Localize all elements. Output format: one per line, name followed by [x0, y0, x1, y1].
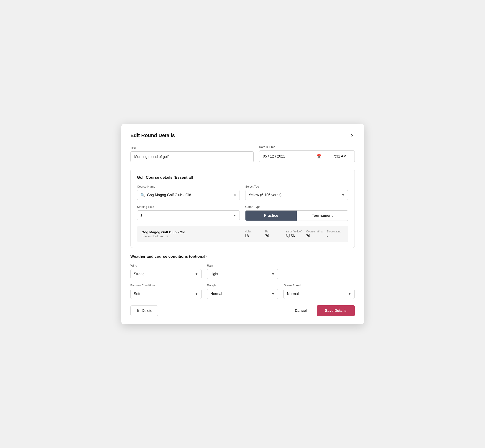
delete-button[interactable]: 🗑 Delete: [130, 305, 158, 316]
date-input[interactable]: 05 / 12 / 2021 📅: [259, 151, 325, 162]
wind-group: Wind Strong ▼: [130, 264, 202, 279]
game-type-group: Game Type Practice Tournament: [245, 205, 348, 221]
fairway-value: Soft: [134, 292, 140, 296]
footer-right: Cancel Save Details: [289, 305, 355, 316]
course-name-input[interactable]: 🔍 Gog Magog Golf Club - Old ✕: [137, 190, 240, 200]
chevron-down-icon-green: ▼: [348, 292, 351, 296]
select-tee-label: Select Tee: [245, 185, 348, 188]
course-location: Shelford Bottom, UK: [142, 234, 241, 238]
rough-label: Rough: [207, 284, 278, 287]
course-info-bar: Gog Magog Golf Club - Old, Shelford Bott…: [137, 226, 348, 242]
course-rating-stat: Course rating 70: [303, 230, 323, 238]
title-field-group: Title: [130, 146, 254, 162]
yards-value: 6,156: [286, 234, 295, 238]
slope-rating-value: -: [327, 234, 328, 238]
rain-value: Light: [210, 272, 218, 276]
par-value: 70: [265, 234, 269, 238]
green-speed-value: Normal: [287, 292, 299, 296]
par-label: Par: [265, 230, 270, 233]
holes-stat: Holes 18: [241, 230, 262, 238]
fairway-rough-green-row: Fairway Conditions Soft ▼ Rough Normal ▼…: [130, 284, 355, 299]
chevron-down-icon-rough: ▼: [271, 292, 275, 296]
hole-gametype-row: Starting Hole 1 ▼ Game Type Practice Tou…: [137, 205, 348, 221]
wind-dropdown[interactable]: Strong ▼: [130, 269, 202, 279]
rough-dropdown[interactable]: Normal ▼: [207, 289, 278, 299]
par-stat: Par 70: [262, 230, 282, 238]
course-rating-value: 70: [306, 234, 310, 238]
starting-hole-group: Starting Hole 1 ▼: [137, 205, 240, 221]
tournament-button[interactable]: Tournament: [297, 211, 348, 221]
date-value: 05 / 12 / 2021: [263, 154, 285, 159]
title-input[interactable]: [130, 151, 254, 162]
select-tee-dropdown[interactable]: Yellow (6,156 yards) ▼: [245, 190, 348, 200]
green-speed-dropdown[interactable]: Normal ▼: [283, 289, 355, 299]
close-button[interactable]: ×: [350, 132, 355, 139]
course-name-group: Course Name 🔍 Gog Magog Golf Club - Old …: [137, 185, 240, 200]
modal-title: Edit Round Details: [130, 133, 175, 138]
holes-value: 18: [245, 234, 249, 238]
green-speed-label: Green Speed: [283, 284, 355, 287]
starting-hole-value: 1: [140, 213, 143, 217]
chevron-down-icon-rain: ▼: [271, 272, 275, 276]
save-button[interactable]: Save Details: [317, 305, 355, 316]
wind-rain-row: Wind Strong ▼ Rain Light ▼: [130, 264, 355, 279]
course-name-label: Course Name: [137, 185, 240, 188]
select-tee-value: Yellow (6,156 yards): [249, 193, 282, 197]
rain-dropdown[interactable]: Light ▼: [207, 269, 278, 279]
datetime-label: Date & Time: [259, 145, 355, 149]
starting-hole-dropdown[interactable]: 1 ▼: [137, 210, 240, 220]
chevron-down-icon: ▼: [341, 193, 345, 197]
cancel-button[interactable]: Cancel: [289, 306, 312, 316]
wind-value: Strong: [134, 272, 145, 276]
golf-section-title: Golf Course details (Essential): [137, 175, 348, 180]
datetime-field-group: Date & Time 05 / 12 / 2021 📅 7:31 AM: [259, 145, 355, 162]
chevron-down-icon-hole: ▼: [233, 214, 236, 217]
wind-label: Wind: [130, 264, 202, 267]
slope-rating-stat: Slope rating -: [323, 230, 344, 238]
select-tee-group: Select Tee Yellow (6,156 yards) ▼: [245, 185, 348, 200]
edit-round-modal: Edit Round Details × Title Date & Time 0…: [121, 124, 364, 324]
yards-stat: Yards(Yellow) 6,156: [282, 230, 303, 238]
modal-header: Edit Round Details ×: [130, 132, 355, 139]
course-tee-row: Course Name 🔍 Gog Magog Golf Club - Old …: [137, 185, 348, 200]
weather-section: Weather and course conditions (optional)…: [130, 254, 355, 299]
rain-label: Rain: [207, 264, 278, 267]
time-input[interactable]: 7:31 AM: [325, 151, 355, 162]
rough-value: Normal: [210, 292, 222, 296]
game-type-toggle: Practice Tournament: [245, 210, 348, 221]
calendar-icon: 📅: [316, 154, 321, 159]
trash-icon: 🗑: [136, 309, 140, 312]
title-label: Title: [130, 146, 254, 150]
datetime-row: 05 / 12 / 2021 📅 7:31 AM: [259, 151, 355, 162]
search-icon: 🔍: [140, 193, 145, 197]
slope-rating-label: Slope rating: [327, 230, 341, 233]
yards-label: Yards(Yellow): [286, 230, 302, 233]
course-name-value: Gog Magog Golf Club - Old: [147, 193, 231, 197]
rough-group: Rough Normal ▼: [207, 284, 278, 299]
weather-section-title: Weather and course conditions (optional): [130, 254, 355, 259]
game-type-label: Game Type: [245, 205, 348, 208]
time-value: 7:31 AM: [333, 154, 347, 159]
practice-button[interactable]: Practice: [245, 211, 297, 221]
fairway-group: Fairway Conditions Soft ▼: [130, 284, 202, 299]
course-name-block: Gog Magog Golf Club - Old, Shelford Bott…: [142, 230, 241, 238]
starting-hole-label: Starting Hole: [137, 205, 240, 208]
golf-course-section: Golf Course details (Essential) Course N…: [130, 169, 355, 248]
fairway-dropdown[interactable]: Soft ▼: [130, 289, 202, 299]
top-fields: Title Date & Time 05 / 12 / 2021 📅 7:31 …: [130, 145, 355, 162]
chevron-down-icon-wind: ▼: [195, 272, 198, 276]
rain-group: Rain Light ▼: [207, 264, 278, 279]
green-speed-group: Green Speed Normal ▼: [283, 284, 355, 299]
delete-label: Delete: [142, 309, 152, 313]
clear-icon[interactable]: ✕: [233, 193, 236, 197]
course-main-name: Gog Magog Golf Club - Old,: [142, 230, 241, 234]
fairway-label: Fairway Conditions: [130, 284, 202, 287]
course-rating-label: Course rating: [306, 230, 323, 233]
footer-row: 🗑 Delete Cancel Save Details: [130, 305, 355, 316]
chevron-down-icon-fairway: ▼: [195, 292, 198, 296]
holes-label: Holes: [245, 230, 252, 233]
